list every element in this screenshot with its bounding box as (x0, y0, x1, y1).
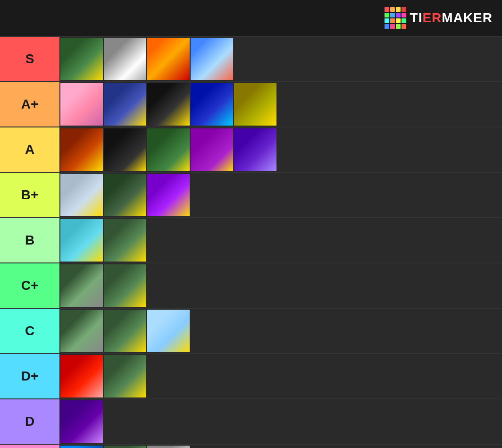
tier-items-way (59, 445, 502, 448)
tier-item-a4[interactable] (191, 83, 233, 126)
tier-item-dp2[interactable] (104, 355, 146, 397)
tier-item-b3[interactable] (147, 174, 190, 216)
tier-item-w2[interactable] (104, 446, 146, 448)
tier-item-s2[interactable] (104, 38, 146, 80)
tier-label-b: B (0, 218, 59, 262)
tier-label-bplus: B+ (0, 173, 59, 217)
tier-row-b: B (0, 218, 502, 263)
tier-item-aa5[interactable] (234, 128, 276, 171)
tier-label-cplus: C+ (0, 263, 59, 308)
tier-item-cp1[interactable] (60, 264, 103, 307)
tier-item-a3[interactable] (147, 83, 190, 126)
tier-item-aa2[interactable] (104, 128, 146, 171)
tier-item-a2[interactable] (104, 83, 146, 126)
tier-row-a: A (0, 127, 502, 173)
tier-item-w1[interactable] (60, 446, 103, 448)
tier-row-aplus: A+ (0, 82, 502, 127)
tier-item-bb2[interactable] (104, 219, 146, 262)
tier-row-way: Way too much effort for what it's worth (0, 445, 502, 448)
tier-items-aplus (59, 82, 502, 127)
tier-label-c: C (0, 309, 59, 353)
tier-items-b (59, 218, 502, 262)
tier-row-bplus: B+ (0, 173, 502, 218)
tier-item-bb1[interactable] (60, 219, 103, 262)
tier-row-d: D (0, 399, 502, 445)
header-bar: TierMaker (0, 0, 502, 37)
tier-items-s (59, 37, 502, 81)
tier-item-c1[interactable] (60, 310, 103, 352)
tier-items-a (59, 127, 502, 172)
tier-item-d1[interactable] (60, 400, 103, 443)
tier-label-s: S (0, 37, 59, 81)
tier-item-a5[interactable] (234, 83, 276, 126)
tier-label-aplus: A+ (0, 82, 59, 127)
tiermaker-logo: TierMaker (385, 7, 493, 29)
tier-row-s: S (0, 37, 502, 82)
logo-grid-icon (385, 7, 406, 29)
tier-label-d: D (0, 399, 59, 444)
tier-items-d (59, 399, 502, 444)
tier-item-aa1[interactable] (60, 128, 103, 171)
tier-item-a1[interactable] (60, 83, 103, 126)
logo-text: TierMaker (410, 10, 493, 25)
tier-row-cplus: C+ (0, 263, 502, 309)
tier-item-aa4[interactable] (191, 128, 233, 171)
tier-items-cplus (59, 263, 502, 308)
tier-items-bplus (59, 173, 502, 217)
tier-row-dplus: D+ (0, 354, 502, 399)
tier-item-dp1[interactable] (60, 355, 103, 397)
tier-rows-container: SA+AB+BC+CD+DWay too much effort for wha… (0, 37, 502, 448)
tier-item-c3[interactable] (147, 310, 190, 352)
tier-item-w3[interactable] (147, 446, 190, 448)
tier-item-s3[interactable] (147, 38, 190, 80)
tier-label-dplus: D+ (0, 354, 59, 398)
tier-item-s4[interactable] (191, 38, 233, 80)
tier-label-way: Way too much effort for what it's worth (0, 445, 59, 448)
tier-item-b1[interactable] (60, 174, 103, 216)
tier-item-aa3[interactable] (147, 128, 190, 171)
tier-items-dplus (59, 354, 502, 398)
tier-item-s1[interactable] (60, 38, 103, 80)
tier-row-c: C (0, 309, 502, 354)
tier-items-c (59, 309, 502, 353)
tier-item-cp2[interactable] (104, 264, 146, 307)
tier-item-c2[interactable] (104, 310, 146, 352)
tier-list: TierMaker SA+AB+BC+CD+DWay too much effo… (0, 0, 502, 448)
tier-item-b2[interactable] (104, 174, 146, 216)
tier-label-a: A (0, 127, 59, 172)
